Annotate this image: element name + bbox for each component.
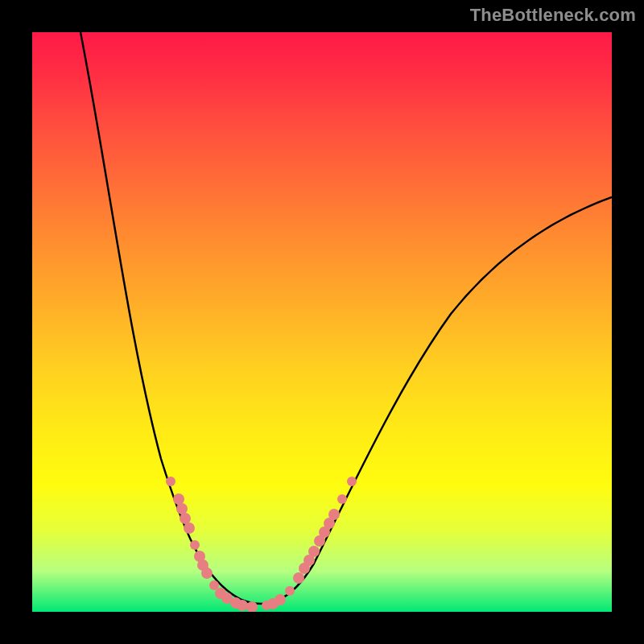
data-points — [166, 477, 357, 612]
svg-point-19 — [293, 572, 304, 584]
bottleneck-curve — [80, 32, 612, 604]
watermark: TheBottleneck.com — [470, 5, 636, 26]
svg-point-28 — [347, 477, 357, 486]
chart-container: TheBottleneck.com — [0, 0, 644, 644]
svg-point-0 — [166, 477, 175, 486]
svg-point-13 — [237, 600, 248, 611]
svg-point-27 — [337, 494, 347, 504]
svg-point-18 — [285, 586, 295, 596]
svg-point-3 — [180, 513, 191, 524]
svg-point-1 — [173, 493, 184, 505]
svg-point-26 — [328, 509, 340, 520]
svg-point-22 — [308, 546, 320, 557]
svg-point-8 — [201, 568, 213, 579]
svg-point-2 — [176, 503, 188, 514]
svg-point-5 — [190, 540, 200, 550]
curve-svg — [32, 32, 612, 612]
plot-area — [32, 32, 612, 612]
svg-point-17 — [275, 594, 286, 605]
svg-point-4 — [184, 522, 195, 534]
